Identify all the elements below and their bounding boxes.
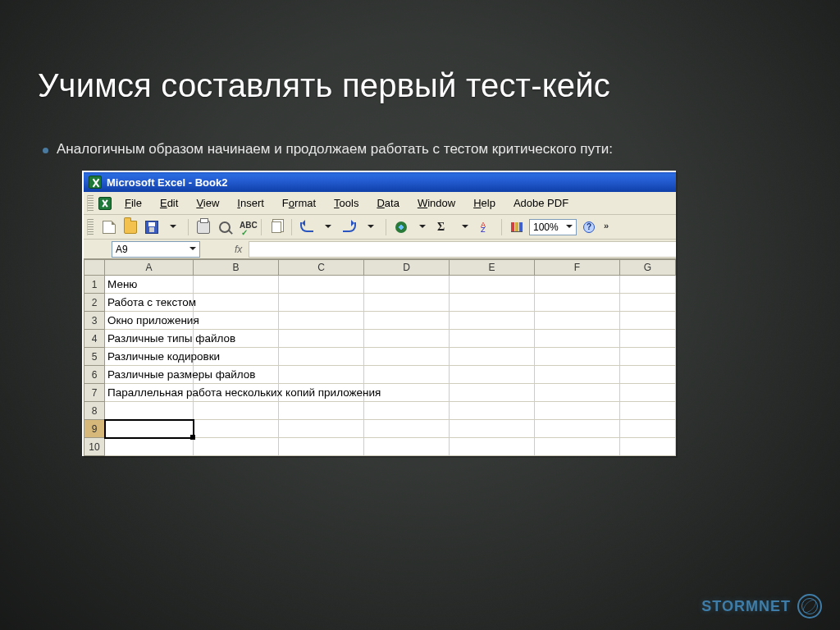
cell-C4[interactable]: [279, 330, 364, 348]
menu-edit[interactable]: Edit: [152, 194, 186, 212]
cell-F5[interactable]: [535, 348, 620, 366]
row-header[interactable]: 2: [84, 294, 105, 312]
cell-B8[interactable]: [194, 402, 279, 420]
menu-insert[interactable]: Insert: [229, 194, 272, 212]
cell-F9[interactable]: [535, 420, 620, 438]
menu-window[interactable]: Window: [409, 194, 463, 212]
row-header[interactable]: 4: [84, 330, 105, 348]
cell-D1[interactable]: [364, 276, 450, 294]
cell-A10[interactable]: [105, 438, 194, 456]
cell-E3[interactable]: [450, 312, 535, 330]
cell-G5[interactable]: [620, 348, 676, 366]
cell-E5[interactable]: [450, 348, 535, 366]
col-header-C[interactable]: C: [279, 259, 364, 276]
cell-B1[interactable]: [194, 276, 279, 294]
cell-F3[interactable]: [535, 312, 620, 330]
cell-A8[interactable]: [105, 402, 194, 420]
cell-A7[interactable]: Параллельная работа нескольких копий при…: [105, 384, 194, 402]
redo-dropdown[interactable]: [362, 218, 380, 236]
cell-E7[interactable]: [450, 384, 535, 402]
cell-F4[interactable]: [535, 330, 620, 348]
cell-F8[interactable]: [535, 402, 620, 420]
cell-F7[interactable]: [535, 384, 620, 402]
cell-C9[interactable]: [279, 420, 364, 438]
menu-help[interactable]: Help: [465, 194, 504, 212]
cell-A2[interactable]: Работа с текстом: [105, 294, 194, 312]
cell-A3[interactable]: Окно приложения: [105, 312, 194, 330]
col-header-G[interactable]: G: [620, 259, 676, 276]
cell-E6[interactable]: [450, 366, 535, 384]
cell-D8[interactable]: [364, 402, 450, 420]
cell-A5[interactable]: Различные кодировки: [105, 348, 194, 366]
cell-E9[interactable]: [450, 420, 535, 438]
row-header[interactable]: 3: [84, 312, 105, 330]
app-menu-icon[interactable]: [98, 197, 112, 210]
titlebar[interactable]: Microsoft Excel - Book2: [84, 172, 676, 192]
cell-C1[interactable]: [279, 276, 364, 294]
cell-C6[interactable]: [279, 366, 364, 384]
chart-button[interactable]: [508, 218, 526, 236]
cell-E2[interactable]: [450, 294, 535, 312]
row-header[interactable]: 5: [84, 348, 105, 366]
cell-F10[interactable]: [535, 438, 620, 456]
preview-button[interactable]: [216, 218, 234, 236]
cell-G4[interactable]: [620, 330, 676, 348]
open-button[interactable]: [121, 218, 139, 236]
menu-file[interactable]: File: [116, 194, 150, 212]
cell-E8[interactable]: [450, 402, 535, 420]
cell-G2[interactable]: [620, 294, 676, 312]
save-button[interactable]: [143, 218, 161, 236]
row-header[interactable]: 7: [84, 384, 105, 402]
formula-input[interactable]: [249, 241, 676, 258]
cell-G8[interactable]: [620, 402, 676, 420]
row-header[interactable]: 10: [84, 438, 105, 456]
cell-A6[interactable]: Различные размеры файлов: [105, 366, 194, 384]
cell-D6[interactable]: [364, 366, 450, 384]
cell-D2[interactable]: [364, 294, 450, 312]
menu-adobe-pdf[interactable]: Adobe PDF: [505, 194, 577, 212]
autosum-button[interactable]: Σ: [435, 218, 453, 236]
cell-G9[interactable]: [620, 420, 676, 438]
cell-F6[interactable]: [535, 366, 620, 384]
cell-A4[interactable]: Различные типы файлов: [105, 330, 194, 348]
menu-view[interactable]: View: [188, 194, 227, 212]
cell-B10[interactable]: [194, 438, 279, 456]
cell-B3[interactable]: [194, 312, 279, 330]
cell-G1[interactable]: [620, 276, 676, 294]
spelling-button[interactable]: ABC✓: [237, 218, 255, 236]
sort-button[interactable]: [477, 218, 495, 236]
cell-G10[interactable]: [620, 438, 676, 456]
row-header[interactable]: 1: [84, 276, 105, 294]
cell-D4[interactable]: [364, 330, 450, 348]
cell-E1[interactable]: [450, 276, 535, 294]
cell-G6[interactable]: [620, 366, 676, 384]
cell-A9[interactable]: [105, 420, 194, 438]
toolbar-grip-icon[interactable]: [87, 219, 94, 235]
help-button[interactable]: [580, 218, 598, 236]
cell-C3[interactable]: [279, 312, 364, 330]
cell-F1[interactable]: [535, 276, 620, 294]
cell-E4[interactable]: [450, 330, 535, 348]
cell-G3[interactable]: [620, 312, 676, 330]
toolbar-grip-icon[interactable]: [87, 195, 94, 212]
cell-C2[interactable]: [279, 294, 364, 312]
menu-format[interactable]: Format: [274, 194, 324, 212]
autosum-dropdown[interactable]: [456, 218, 474, 236]
redo-button[interactable]: [340, 218, 358, 236]
cell-E10[interactable]: [450, 438, 535, 456]
new-button[interactable]: [100, 218, 118, 236]
hyperlink-dropdown[interactable]: [413, 218, 431, 236]
cell-D5[interactable]: [364, 348, 450, 366]
copy-button[interactable]: [267, 218, 285, 236]
zoom-combo[interactable]: 100%: [529, 219, 577, 235]
cell-C10[interactable]: [279, 438, 364, 456]
row-header[interactable]: 9: [84, 420, 105, 438]
menu-tools[interactable]: Tools: [326, 194, 367, 212]
cell-D10[interactable]: [364, 438, 450, 456]
col-header-D[interactable]: D: [364, 259, 450, 276]
hyperlink-button[interactable]: [392, 218, 410, 236]
cell-B9[interactable]: [194, 420, 279, 438]
select-all-corner[interactable]: [84, 259, 105, 276]
name-box[interactable]: A9: [112, 241, 200, 258]
cell-G7[interactable]: [620, 384, 676, 402]
